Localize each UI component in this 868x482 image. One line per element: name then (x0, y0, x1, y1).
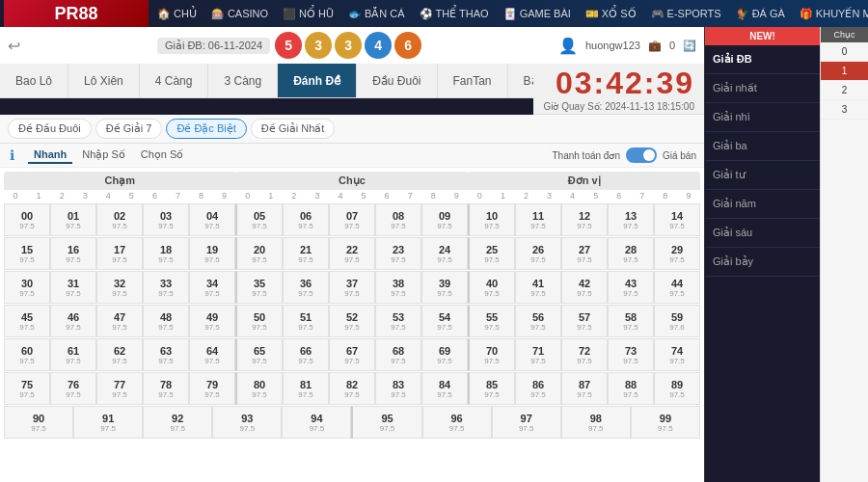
info-icon[interactable]: ℹ (8, 146, 16, 165)
tab-4-cang[interactable]: 4 Càng (140, 64, 209, 98)
number-cell-43[interactable]: 4397.5 (608, 271, 654, 304)
sidebar-item-Giải-bảy[interactable]: Giải bảy (705, 248, 820, 277)
nav-item-no-hu[interactable]: ⬛NỔ HŨ (276, 5, 340, 23)
tab-bau-cua[interactable]: Bầu Cua (508, 64, 534, 98)
tab-dau-duoi[interactable]: Đầu Đuôi (357, 64, 437, 98)
number-cell-64[interactable]: 6497.5 (189, 338, 235, 371)
number-cell-85[interactable]: 8597.5 (468, 372, 515, 405)
sidebar-item-Giải-nhất[interactable]: Giải nhất (705, 74, 820, 103)
number-cell-71[interactable]: 7197.5 (515, 338, 561, 371)
number-cell-79[interactable]: 7997.5 (189, 372, 235, 405)
sidebar-item-Giải-nhì[interactable]: Giải nhì (705, 103, 820, 132)
number-cell-00[interactable]: 0097.5 (4, 203, 50, 236)
number-cell-75[interactable]: 7597.5 (4, 372, 50, 405)
tab-danh-de[interactable]: Đánh Đề (278, 64, 357, 98)
number-cell-51[interactable]: 5197.5 (283, 305, 329, 337)
number-cell-67[interactable]: 6797.5 (329, 338, 375, 371)
number-cell-15[interactable]: 1597.5 (4, 237, 50, 270)
number-cell-77[interactable]: 7797.5 (96, 372, 143, 405)
payment-toggle[interactable] (626, 147, 657, 163)
sub-tab-Đề-Giải-Nhất[interactable]: Đề Giải Nhất (251, 119, 336, 139)
number-cell-68[interactable]: 6897.5 (375, 338, 421, 371)
number-cell-07[interactable]: 0797.5 (329, 203, 375, 236)
tab-lo-xien[interactable]: Lô Xiên (68, 64, 140, 98)
number-cell-05[interactable]: 0597.5 (235, 203, 283, 236)
number-cell-39[interactable]: 3997.5 (421, 271, 468, 304)
number-cell-30[interactable]: 3097.5 (4, 271, 50, 304)
number-cell-66[interactable]: 6697.5 (283, 338, 329, 371)
number-cell-84[interactable]: 8497.5 (421, 372, 468, 405)
number-cell-35[interactable]: 3597.5 (235, 271, 283, 304)
number-cell-22[interactable]: 2297.5 (329, 237, 375, 270)
number-cell-50[interactable]: 5097.5 (235, 305, 283, 337)
number-cell-96[interactable]: 9697.5 (422, 406, 492, 439)
sidebar-item-Giải-sáu[interactable]: Giải sáu (705, 219, 820, 248)
number-cell-62[interactable]: 6297.5 (96, 338, 143, 371)
number-cell-14[interactable]: 1497.5 (654, 203, 700, 236)
mini-row-2[interactable]: 2 (821, 81, 868, 100)
number-cell-45[interactable]: 4597.5 (4, 305, 50, 337)
number-cell-86[interactable]: 8697.5 (515, 372, 561, 405)
history-icon[interactable]: 🔄 (683, 40, 696, 52)
nav-item-xo-so[interactable]: 🎫XỔ SỐ (579, 5, 643, 23)
number-cell-47[interactable]: 4797.5 (96, 305, 143, 337)
number-cell-88[interactable]: 8897.5 (608, 372, 654, 405)
nav-item-game-bai[interactable]: 🃏GAME BÀI (497, 5, 578, 23)
number-cell-38[interactable]: 3897.5 (375, 271, 421, 304)
number-cell-94[interactable]: 9497.5 (282, 406, 351, 439)
number-cell-13[interactable]: 1397.5 (608, 203, 654, 236)
number-cell-82[interactable]: 8297.5 (329, 372, 375, 405)
number-cell-78[interactable]: 7897.5 (143, 372, 189, 405)
number-cell-26[interactable]: 2697.5 (515, 237, 561, 270)
number-cell-65[interactable]: 6597.5 (235, 338, 283, 371)
number-cell-08[interactable]: 0897.5 (375, 203, 421, 236)
number-cell-90[interactable]: 9097.5 (4, 406, 73, 439)
number-cell-16[interactable]: 1697.5 (50, 237, 96, 270)
sub-tab-Đề-Giải-7[interactable]: Đề Giải 7 (95, 119, 163, 139)
number-cell-72[interactable]: 7297.5 (561, 338, 608, 371)
number-cell-83[interactable]: 8397.5 (375, 372, 421, 405)
number-cell-40[interactable]: 4097.5 (468, 271, 515, 304)
tab-fantan[interactable]: FanTan (438, 64, 508, 98)
number-cell-37[interactable]: 3797.5 (329, 271, 375, 304)
number-cell-49[interactable]: 4997.5 (189, 305, 235, 337)
number-cell-73[interactable]: 7397.5 (608, 338, 654, 371)
number-cell-03[interactable]: 0397.5 (143, 203, 189, 236)
sidebar-item-Giải-ba[interactable]: Giải ba (705, 132, 820, 161)
number-cell-80[interactable]: 8097.5 (235, 372, 283, 405)
mode-tab-Nhanh[interactable]: Nhanh (28, 147, 72, 164)
number-cell-54[interactable]: 5497.5 (421, 305, 468, 337)
mode-tab-Chọn Số[interactable]: Chọn Số (135, 147, 190, 164)
number-cell-28[interactable]: 2897.5 (608, 237, 654, 270)
number-cell-61[interactable]: 6197.5 (50, 338, 96, 371)
number-cell-76[interactable]: 7697.5 (50, 372, 96, 405)
number-cell-98[interactable]: 9897.5 (561, 406, 631, 439)
number-cell-24[interactable]: 2497.5 (421, 237, 468, 270)
number-cell-57[interactable]: 5797.5 (561, 305, 608, 337)
number-cell-53[interactable]: 5397.5 (375, 305, 421, 337)
number-cell-99[interactable]: 9997.5 (631, 406, 700, 439)
sidebar-item-Giải-năm[interactable]: Giải năm (705, 190, 820, 219)
logo[interactable]: PR88 (4, 0, 149, 27)
nav-item-khuyen-mai[interactable]: 🎁KHUYẾN MÃI (793, 5, 868, 23)
sidebar-item-Giải-ĐB[interactable]: Giải ĐB (705, 45, 820, 74)
number-cell-06[interactable]: 0697.5 (283, 203, 329, 236)
number-cell-25[interactable]: 2597.5 (468, 237, 515, 270)
number-cell-55[interactable]: 5597.5 (468, 305, 515, 337)
number-cell-21[interactable]: 2197.5 (283, 237, 329, 270)
number-cell-95[interactable]: 9597.5 (351, 406, 421, 439)
number-cell-92[interactable]: 9297.5 (143, 406, 212, 439)
nav-item-ban-ca[interactable]: 🐟BẮN CÁ (341, 5, 412, 23)
number-cell-33[interactable]: 3397.5 (143, 271, 189, 304)
mini-row-3[interactable]: 3 (821, 100, 868, 120)
number-cell-81[interactable]: 8197.5 (283, 372, 329, 405)
number-cell-52[interactable]: 5297.5 (329, 305, 375, 337)
nav-item-the-thao[interactable]: ⚽THỂ THAO (413, 5, 496, 23)
number-cell-48[interactable]: 4897.5 (143, 305, 189, 337)
number-cell-59[interactable]: 5997.6 (654, 305, 700, 337)
nav-item-da-ga[interactable]: 🐓ĐÁ GÀ (729, 5, 792, 23)
number-cell-12[interactable]: 1297.5 (561, 203, 608, 236)
nav-item-e-sports[interactable]: 🎮E-SPORTS (644, 5, 728, 23)
number-cell-74[interactable]: 7497.5 (654, 338, 700, 371)
mini-row-0[interactable]: 0 (821, 42, 868, 62)
